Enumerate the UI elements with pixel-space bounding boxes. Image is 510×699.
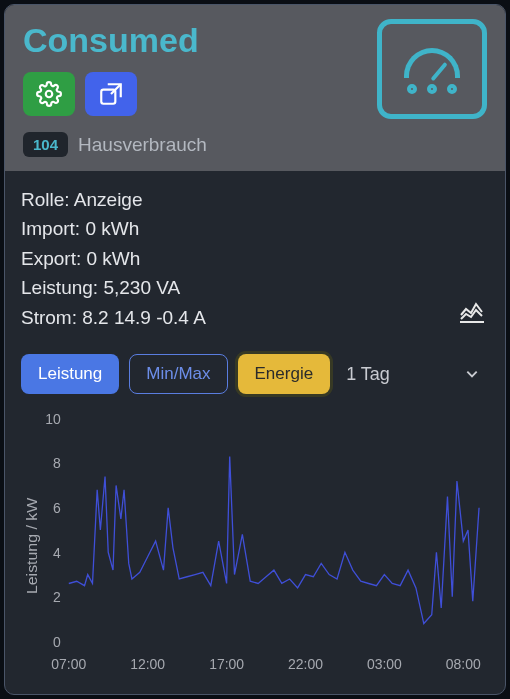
chart-controls: Leistung Min/Max Energie 1 Tag <box>21 354 489 394</box>
svg-text:22:00: 22:00 <box>288 656 323 672</box>
gear-icon <box>36 81 62 107</box>
svg-text:10: 10 <box>45 411 61 427</box>
device-id-badge: 104 <box>23 132 68 157</box>
gauge-dots-icon <box>407 84 457 94</box>
chart-toggle-button[interactable] <box>459 300 485 328</box>
popout-icon <box>98 81 124 107</box>
info-rolle: Rolle: Anzeige <box>21 185 489 214</box>
power-chart[interactable]: 0246810 07:0012:0017:0022:0003:0008:00 L… <box>21 408 489 684</box>
tab-minmax[interactable]: Min/Max <box>129 354 227 394</box>
device-card: Consumed 104 Hausverbrauch <box>4 4 506 695</box>
card-header: Consumed 104 Hausverbrauch <box>5 5 505 171</box>
popout-button[interactable] <box>85 72 137 116</box>
svg-text:0: 0 <box>53 633 61 649</box>
chevron-down-icon <box>465 367 479 381</box>
device-name-label: Hausverbrauch <box>78 134 207 156</box>
gauge-arc-icon <box>404 48 460 78</box>
settings-button[interactable] <box>23 72 75 116</box>
svg-text:Leistung / kW: Leistung / kW <box>23 497 39 594</box>
svg-text:12:00: 12:00 <box>130 656 165 672</box>
svg-text:4: 4 <box>53 544 61 560</box>
line-chart-icon <box>459 300 485 324</box>
svg-point-0 <box>46 91 53 98</box>
svg-text:08:00: 08:00 <box>446 656 481 672</box>
info-import: Import: 0 kWh <box>21 214 489 243</box>
tab-leistung[interactable]: Leistung <box>21 354 119 394</box>
info-leistung: Leistung: 5,230 VA <box>21 273 489 302</box>
range-select[interactable]: 1 Tag <box>340 354 489 394</box>
device-tag-row: 104 Hausverbrauch <box>23 132 487 157</box>
gauge-icon <box>377 19 487 119</box>
svg-text:17:00: 17:00 <box>209 656 244 672</box>
tab-energie[interactable]: Energie <box>238 354 331 394</box>
svg-text:07:00: 07:00 <box>51 656 86 672</box>
info-strom: Strom: 8.2 14.9 -0.4 A <box>21 303 489 332</box>
gauge-needle-icon <box>430 62 447 81</box>
svg-text:6: 6 <box>53 500 61 516</box>
info-export: Export: 0 kWh <box>21 244 489 273</box>
info-block: Rolle: Anzeige Import: 0 kWh Export: 0 k… <box>21 185 489 332</box>
svg-text:2: 2 <box>53 589 61 605</box>
svg-text:03:00: 03:00 <box>367 656 402 672</box>
svg-text:8: 8 <box>53 455 61 471</box>
range-label: 1 Tag <box>346 364 390 385</box>
card-body: Rolle: Anzeige Import: 0 kWh Export: 0 k… <box>5 171 505 694</box>
